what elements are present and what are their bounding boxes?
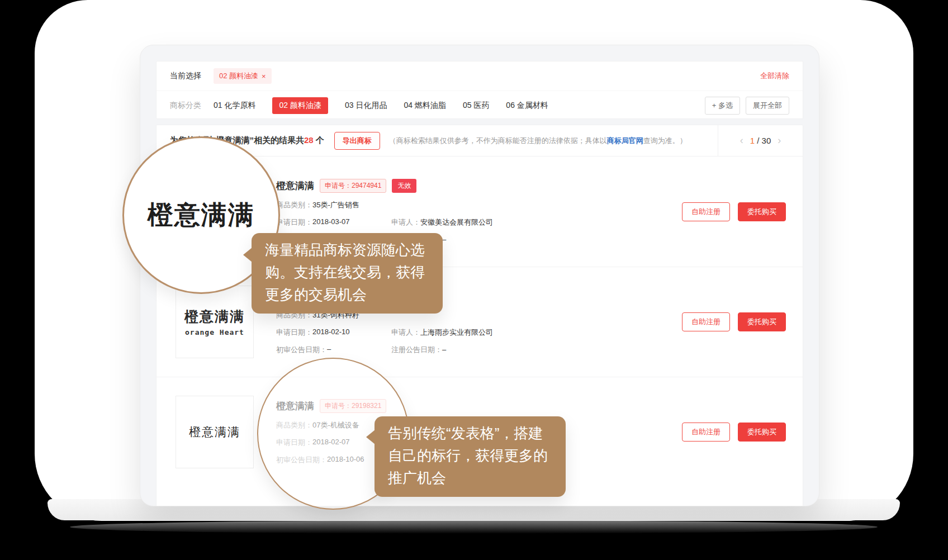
apply-date: 2018-02-10 [312, 328, 350, 338]
category-label: 商标分类 [170, 101, 201, 111]
category-item-06[interactable]: 06 金属材料 [506, 101, 548, 111]
category-list: 01 化学原料 02 颜料油漆 03 日化用品 04 燃料油脂 05 医药 06… [214, 97, 548, 114]
remove-tag-icon[interactable]: × [262, 72, 266, 80]
registration-publication-date: – [442, 345, 446, 354]
magnified-trademark-text: 橙意满满 [148, 198, 255, 232]
marketing-tooltip-promote: 告别传统“发表格”，搭建自己的标行，获得更多的推广机会 [375, 416, 566, 497]
apply-date: 2018-03-07 [312, 217, 350, 227]
category-item-05[interactable]: 05 医药 [463, 101, 489, 111]
filter-panel: 当前选择 02 颜料油漆 × 全部清除 商标分类 01 化学原料 02 颜料油漆… [156, 61, 803, 119]
category-item-02-active[interactable]: 02 颜料油漆 [272, 97, 328, 114]
current-selection-label: 当前选择 [170, 71, 201, 81]
self-register-button[interactable]: 自助注册 [682, 202, 730, 221]
registration-publication-date: – [442, 235, 446, 244]
category-item-04[interactable]: 04 燃料油脂 [404, 101, 445, 111]
entrust-buy-button[interactable]: 委托购买 [738, 423, 786, 442]
category-value: 35类-广告销售 [312, 200, 359, 210]
results-count: 28 [304, 135, 314, 145]
page: 当前选择 02 颜料油漆 × 全部清除 商标分类 01 化学原料 02 颜料油漆… [0, 0, 948, 560]
next-page-icon[interactable]: › [778, 135, 781, 146]
expand-all-button[interactable]: 展开全部 [746, 97, 789, 115]
application-number-tag: 申请号：29474941 [320, 179, 386, 193]
trademark-name: 橙意满满 [276, 179, 314, 192]
total-pages: 30 [762, 136, 771, 145]
category-item-01[interactable]: 01 化学原料 [214, 101, 255, 111]
first-publication-date: – [327, 345, 331, 355]
status-badge: 无效 [392, 179, 416, 193]
self-register-button[interactable]: 自助注册 [682, 312, 730, 331]
selected-filter-tag-label: 02 颜料油漆 [219, 71, 258, 81]
current-selection-row: 当前选择 02 颜料油漆 × 全部清除 [157, 61, 803, 91]
export-trademarks-button[interactable]: 导出商标 [334, 132, 380, 150]
marketing-tooltip-trade: 海量精品商标资源随心选购。支持在线交易，获得更多的交易机会 [252, 233, 443, 314]
self-register-button[interactable]: 自助注册 [682, 423, 730, 442]
trademark-image-subtext: orange Heart [185, 328, 244, 336]
clear-all-button[interactable]: 全部清除 [760, 71, 789, 81]
selected-filter-tag[interactable]: 02 颜料油漆 × [214, 68, 272, 84]
pagination: ‹ 1 / 30 › [718, 125, 803, 156]
category-item-03[interactable]: 03 日化用品 [345, 101, 387, 111]
trademark-office-link[interactable]: 商标局官网 [607, 136, 643, 145]
multi-select-button[interactable]: + 多选 [705, 97, 740, 115]
category-row: 商标分类 01 化学原料 02 颜料油漆 03 日化用品 04 燃料油脂 05 … [157, 91, 803, 120]
results-header: 为您检索到“橙意满满”相关的结果共28 个 导出商标 （商标检索结果仅供参考，不… [157, 125, 803, 156]
disclaimer-text: （商标检索结果仅供参考，不作为商标能否注册的法律依据；具体以商标局官网查询为准。… [389, 136, 687, 146]
current-page: 1 [750, 136, 755, 145]
applicant: 上海雨步实业有限公司 [420, 328, 493, 336]
trademark-image[interactable]: 橙意满满 orange Heart [176, 286, 254, 358]
entrust-buy-button[interactable]: 委托购买 [738, 202, 786, 221]
prev-page-icon[interactable]: ‹ [740, 135, 743, 146]
trademark-image[interactable]: 橙意满满 [176, 396, 254, 468]
entrust-buy-button[interactable]: 委托购买 [738, 312, 786, 331]
applicant: 安徽美达会展有限公司 [420, 218, 493, 226]
